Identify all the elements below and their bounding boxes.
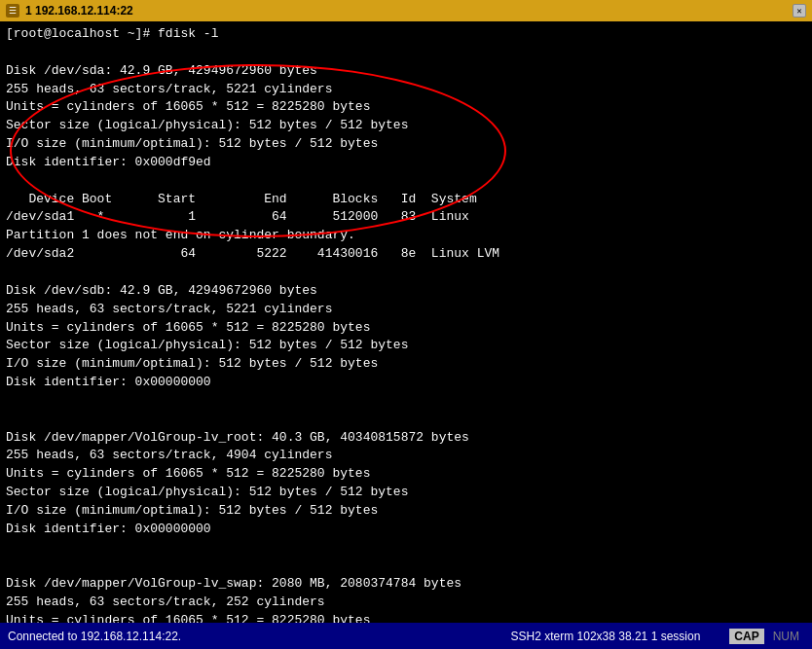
terminal-line: Units = cylinders of 16065 * 512 = 82252… (6, 319, 806, 338)
terminal-line (6, 44, 806, 62)
terminal-line: Disk /dev/sda: 42.9 GB, 42949672960 byte… (6, 62, 806, 81)
terminal-line: Device Boot Start End Blocks Id System (6, 191, 806, 209)
terminal-line: Sector size (logical/physical): 512 byte… (6, 117, 806, 135)
terminal-line: Partition 1 does not end on cylinder bou… (6, 227, 806, 245)
terminal-area[interactable]: [root@localhost ~]# fdisk -l Disk /dev/s… (0, 21, 812, 623)
terminal-line: Disk identifier: 0x000df9ed (6, 154, 806, 172)
terminal-line: Disk identifier: 0x00000000 (6, 374, 806, 392)
terminal-line: Units = cylinders of 16065 * 512 = 82252… (6, 98, 806, 117)
cap-indicator: CAP (729, 629, 763, 644)
terminal-line: /dev/sda2 64 5222 41430016 8e Linux LVM (6, 245, 806, 264)
terminal-line: 255 heads, 63 sectors/track, 4904 cylind… (6, 447, 806, 465)
terminal-line: /dev/sda1 * 1 64 512000 83 Linux (6, 208, 806, 227)
terminal-line (6, 411, 806, 429)
terminal-line (6, 539, 806, 558)
terminal-line: I/O size (minimum/optimal): 512 bytes / … (6, 355, 806, 374)
terminal-line: Sector size (logical/physical): 512 byte… (6, 337, 806, 355)
terminal-line: Sector size (logical/physical): 512 byte… (6, 484, 806, 502)
terminal-line: [root@localhost ~]# fdisk -l (6, 25, 806, 44)
terminal-output: [root@localhost ~]# fdisk -l Disk /dev/s… (6, 25, 806, 623)
terminal-line (6, 172, 806, 191)
close-button[interactable]: ✕ (793, 4, 806, 18)
terminal-line: I/O size (minimum/optimal): 512 bytes / … (6, 135, 806, 154)
connection-status: Connected to 192.168.12.114:22. (8, 630, 511, 643)
titlebar: ☰ 1 192.168.12.114:22 ✕ (0, 0, 812, 21)
terminal-line: Disk identifier: 0x00000000 (6, 521, 806, 539)
num-indicator: NUM (768, 629, 804, 644)
window-title: 1 192.168.12.114:22 (25, 4, 787, 18)
terminal-line: Units = cylinders of 16065 * 512 = 82252… (6, 612, 806, 623)
terminal-line (6, 392, 806, 411)
terminal-line: Disk /dev/sdb: 42.9 GB, 42949672960 byte… (6, 282, 806, 301)
terminal-line: I/O size (minimum/optimal): 512 bytes / … (6, 502, 806, 521)
terminal-line: 255 heads, 63 sectors/track, 5221 cylind… (6, 81, 806, 99)
terminal-line: 255 heads, 63 sectors/track, 252 cylinde… (6, 594, 806, 612)
terminal-line: 255 heads, 63 sectors/track, 5221 cylind… (6, 301, 806, 319)
terminal-line: Disk /dev/mapper/VolGroup-lv_swap: 2080 … (6, 575, 806, 594)
window-icon: ☰ (6, 4, 19, 18)
terminal-line (6, 264, 806, 282)
terminal-line: Units = cylinders of 16065 * 512 = 82252… (6, 465, 806, 484)
statusbar: Connected to 192.168.12.114:22. SSH2 xte… (0, 623, 812, 649)
terminal-line (6, 557, 806, 575)
terminal-line: Disk /dev/mapper/VolGroup-lv_root: 40.3 … (6, 429, 806, 448)
session-info: SSH2 xterm 102x38 38.21 1 session (511, 630, 701, 643)
